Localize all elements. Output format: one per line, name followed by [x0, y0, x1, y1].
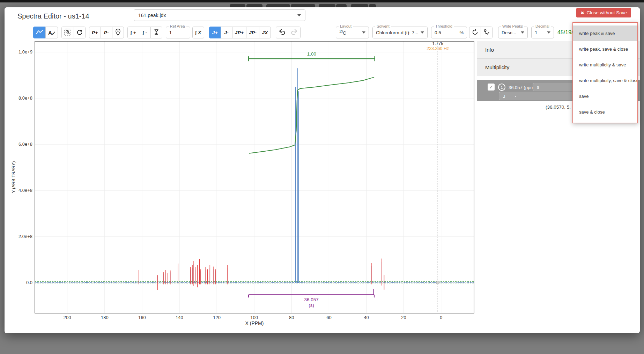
solvent-value: Chloroform-d (t): 7...: [376, 30, 419, 35]
svg-text:80: 80: [289, 315, 294, 320]
multiplet-shift: 36.057 (ppm): [509, 85, 535, 90]
svg-text:6.0e+8: 6.0e+8: [18, 142, 32, 147]
chevron-down-icon: [547, 31, 550, 34]
svg-text:2.0e+8: 2.0e+8: [18, 234, 32, 239]
svg-text:1.00: 1.00: [307, 51, 316, 57]
redo-button[interactable]: [288, 27, 301, 38]
decimal-select[interactable]: Decimal 1: [531, 27, 554, 38]
threshold-field[interactable]: Threshold 0.5 %: [431, 27, 467, 38]
svg-text:100: 100: [250, 315, 258, 320]
write-peaks-value: Desc...: [502, 30, 516, 35]
menu-item[interactable]: save & close: [573, 104, 637, 120]
j-remove-button[interactable]: J-: [221, 27, 232, 38]
j-clear-button[interactable]: JX: [259, 27, 271, 38]
peak-check-icon: [483, 29, 490, 36]
auto-assignment-button[interactable]: A: [45, 27, 58, 38]
refresh-peaks-button[interactable]: [469, 27, 481, 38]
svg-text:1.775: 1.775: [432, 41, 443, 46]
solvent-label: Solvent: [375, 24, 391, 28]
decimal-label: Decimal: [534, 24, 551, 28]
decimal-value: 1: [535, 30, 538, 35]
layout-select[interactable]: Layout 13C: [336, 27, 369, 38]
jp-add-button[interactable]: JP+: [232, 27, 246, 38]
zoom-reset-button[interactable]: [74, 27, 86, 38]
dialog-title: Spectra Editor - us1-14: [17, 12, 89, 20]
svg-text:0.0: 0.0: [26, 280, 32, 285]
svg-text:(s): (s): [309, 303, 314, 308]
integral-auto-button[interactable]: [150, 27, 162, 38]
multiplet-checkbox[interactable]: ✓: [488, 84, 495, 91]
info-section-label: Info: [485, 47, 494, 53]
peak-pick-pin-button[interactable]: [112, 27, 124, 38]
menu-item[interactable]: save: [573, 88, 637, 104]
menu-item[interactable]: write peak, save & close: [573, 41, 637, 57]
peak-remove-button[interactable]: P-: [101, 27, 112, 38]
svg-text:4.0e+8: 4.0e+8: [18, 188, 32, 193]
refresh-icon: [472, 29, 478, 36]
threshold-value: 0.5: [435, 30, 441, 35]
chevron-down-icon: [297, 14, 301, 16]
close-without-save-button[interactable]: ✖ Close without Save: [576, 8, 631, 17]
j-value: -: [515, 94, 516, 99]
ref-area-value: 1: [169, 30, 172, 35]
pin-add-icon: [115, 29, 121, 37]
peak-add-button[interactable]: P+: [89, 27, 101, 38]
integral-clear-button[interactable]: ∫ X: [192, 27, 204, 38]
integral-add-button[interactable]: ∫ +: [127, 27, 139, 38]
j-add-button[interactable]: J+: [209, 27, 221, 38]
menu-item[interactable]: write peak & save: [573, 26, 637, 41]
write-peaks-select[interactable]: Write Peaks Desc...: [498, 27, 528, 38]
toolbar-left: A P+ P-: [33, 27, 301, 38]
save-menu: write peak & savewrite peak, save & clos…: [572, 22, 638, 123]
spectrum-line-mode-button[interactable]: [33, 27, 46, 38]
multiplicity-value: s: [537, 85, 539, 90]
svg-text:1.0e+9: 1.0e+9: [18, 49, 32, 55]
j-label: J =: [503, 94, 509, 99]
ref-area-label: Ref Area: [169, 24, 186, 28]
check-icon: [52, 29, 55, 36]
screen: { "window": { "title": "Spectra Editor -…: [0, 0, 644, 354]
svg-text:20: 20: [401, 315, 406, 320]
svg-text:140: 140: [176, 315, 183, 320]
integral-remove-button[interactable]: ∫ -: [139, 27, 151, 38]
chevron-down-icon: [421, 31, 424, 34]
multiplicity-section-label: Multiplicity: [485, 64, 509, 70]
svg-text:223.260 Hz: 223.260 Hz: [427, 46, 449, 51]
zoom-area-icon: [64, 29, 71, 37]
menu-item[interactable]: write multiplicity & save: [573, 57, 637, 73]
spectrum-file-select[interactable]: 161.peak.jdx: [134, 9, 305, 21]
svg-text:X (PPM): X (PPM): [245, 320, 264, 326]
toolbar-right: Layout 13C Solvent Chloroform-d (t): 7..…: [336, 27, 579, 38]
redo-icon: [291, 29, 298, 36]
close-icon: ✖: [580, 10, 584, 15]
layout-label: Layout: [339, 24, 353, 28]
svg-text:0: 0: [440, 315, 442, 320]
zoom-select-button[interactable]: [61, 27, 74, 38]
multiplet-index-badge: 1: [498, 84, 505, 91]
spectrum-plot[interactable]: 2001801601401201008060402001.0e+98.0e+86…: [5, 7, 493, 331]
svg-text:200: 200: [64, 315, 71, 320]
threshold-unit: %: [459, 30, 464, 35]
reset-zoom-icon: [76, 29, 83, 36]
spectra-editor-dialog: Spectra Editor - us1-14 161.peak.jdx ✖ C…: [5, 7, 640, 333]
jp-remove-button[interactable]: JP-: [246, 27, 259, 38]
spectrum-file-name: 161.peak.jdx: [138, 13, 166, 18]
ref-area-field[interactable]: Ref Area 1: [166, 27, 190, 38]
svg-text:36.057: 36.057: [304, 297, 318, 302]
hourglass-icon: [154, 29, 159, 36]
svg-text:160: 160: [138, 315, 146, 320]
menu-item[interactable]: write multiplicity, save & close: [573, 73, 637, 88]
svg-text:40: 40: [364, 315, 369, 320]
write-peaks-label: Write Peaks: [501, 24, 524, 28]
background-top-bar: [0, 0, 644, 2]
solvent-select[interactable]: Solvent Chloroform-d (t): 7...: [372, 27, 428, 38]
peak-pick-check-button[interactable]: [481, 27, 493, 38]
svg-text:120: 120: [213, 315, 221, 320]
svg-text:Y (ARBITRARY): Y (ARBITRARY): [11, 161, 16, 193]
svg-text:60: 60: [326, 315, 331, 320]
svg-text:8.0e+8: 8.0e+8: [18, 95, 32, 101]
undo-icon: [279, 29, 286, 36]
threshold-label: Threshold: [434, 24, 454, 28]
undo-button[interactable]: [276, 27, 288, 38]
layout-value: 13C: [339, 30, 346, 36]
